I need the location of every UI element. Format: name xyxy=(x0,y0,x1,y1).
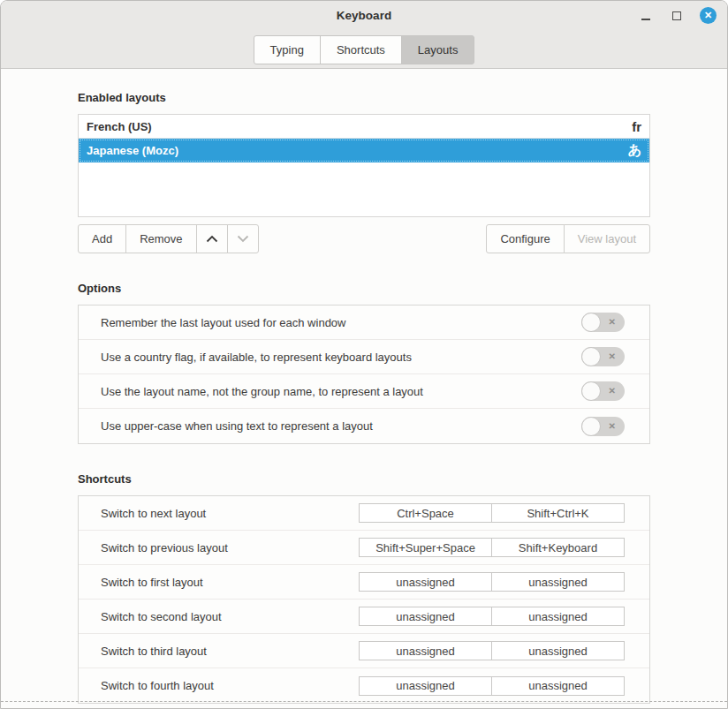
layout-config-group: Configure View layout xyxy=(486,224,650,253)
close-icon: ✕ xyxy=(704,11,712,20)
remove-layout-button[interactable]: Remove xyxy=(125,224,196,253)
toggle-knob xyxy=(581,417,601,436)
shortcut-label: Switch to first layout xyxy=(101,576,203,589)
chevron-up-icon xyxy=(206,235,218,243)
layout-edit-group: Add Remove xyxy=(78,224,259,253)
add-layout-button[interactable]: Add xyxy=(78,224,126,253)
options-box: Remember the last layout used for each w… xyxy=(78,305,650,444)
keybinding-group: unassigned unassigned xyxy=(359,572,625,592)
close-button[interactable]: ✕ xyxy=(700,7,717,24)
move-down-button[interactable] xyxy=(227,224,259,253)
minimize-icon xyxy=(641,19,650,20)
shortcut-label: Switch to fourth layout xyxy=(101,679,214,692)
shortcut-label: Switch to previous layout xyxy=(101,541,228,554)
tab-typing[interactable]: Typing xyxy=(254,35,321,64)
view-layout-button[interactable]: View layout xyxy=(564,224,650,253)
option-row-remember-layout: Remember the last layout used for each w… xyxy=(79,305,649,340)
shortcut-row-second-layout: Switch to second layout unassigned unass… xyxy=(79,600,649,634)
shortcuts-section: Shortcuts Switch to next layout Ctrl+Spa… xyxy=(78,472,650,704)
toggle-knob xyxy=(581,313,601,332)
option-row-upper-case: Use upper-case when using text to repres… xyxy=(79,409,649,443)
layouts-page: Enabled layouts French (US) fr Japanese … xyxy=(1,69,727,704)
enabled-layouts-heading: Enabled layouts xyxy=(78,91,650,104)
toggle-off-icon: ✕ xyxy=(609,387,616,396)
option-label: Use the layout name, not the group name,… xyxy=(101,385,423,398)
shortcut-row-previous-layout: Switch to previous layout Shift+Super+Sp… xyxy=(79,531,649,565)
shortcut-row-next-layout: Switch to next layout Ctrl+Space Shift+C… xyxy=(79,496,649,531)
keybinding-group: unassigned unassigned xyxy=(359,607,625,626)
shortcuts-box: Switch to next layout Ctrl+Space Shift+C… xyxy=(78,495,650,704)
shortcut-label: Switch to next layout xyxy=(101,507,206,520)
shortcut-label: Switch to second layout xyxy=(101,610,222,623)
toggle-layout-name[interactable]: ✕ xyxy=(581,381,625,401)
keybinding-button-1[interactable]: unassigned xyxy=(359,676,492,696)
toggle-upper-case[interactable]: ✕ xyxy=(581,417,625,436)
overscroll-dashed-indicator xyxy=(1,701,727,702)
layout-list-actions: Add Remove Configure View layout xyxy=(78,224,650,253)
keybinding-button-1[interactable]: unassigned xyxy=(359,641,492,660)
chevron-down-icon xyxy=(237,235,249,243)
options-section: Options Remember the last layout used fo… xyxy=(78,282,650,444)
layout-row-japanese[interactable]: Japanese (Mozc) あ xyxy=(79,139,649,162)
keybinding-group: unassigned unassigned xyxy=(359,676,625,696)
maximize-button[interactable] xyxy=(669,8,685,24)
maximize-icon xyxy=(672,11,681,20)
layout-row-french[interactable]: French (US) fr xyxy=(79,115,649,139)
keybinding-button-2[interactable]: unassigned xyxy=(491,572,625,592)
toggle-knob xyxy=(581,347,601,366)
keybinding-button-1[interactable]: Ctrl+Space xyxy=(359,503,492,523)
enabled-layouts-list: French (US) fr Japanese (Mozc) あ xyxy=(78,114,650,217)
keybinding-button-1[interactable]: Shift+Super+Space xyxy=(359,538,492,557)
option-row-layout-name: Use the layout name, not the group name,… xyxy=(79,374,649,409)
keybinding-button-2[interactable]: unassigned xyxy=(491,676,625,696)
shortcut-label: Switch to third layout xyxy=(101,645,207,658)
keybinding-button-2[interactable]: Shift+Keyboard xyxy=(491,538,625,557)
configure-button[interactable]: Configure xyxy=(486,224,564,253)
tab-layouts[interactable]: Layouts xyxy=(401,35,475,64)
layout-name: Japanese (Mozc) xyxy=(87,144,178,157)
window-controls: ✕ xyxy=(638,1,717,30)
shortcuts-heading: Shortcuts xyxy=(78,472,650,486)
tab-bar: Typing Shortcuts Layouts xyxy=(1,30,727,69)
keybinding-group: unassigned unassigned xyxy=(359,641,625,660)
keybinding-button-2[interactable]: unassigned xyxy=(491,641,625,660)
keyboard-settings-window: Keyboard ✕ Typing Shortcuts Layouts xyxy=(0,0,728,709)
keybinding-button-2[interactable]: Shift+Ctrl+K xyxy=(491,503,625,523)
toggle-off-icon: ✕ xyxy=(609,422,616,431)
keybinding-group: Shift+Super+Space Shift+Keyboard xyxy=(359,538,625,557)
options-heading: Options xyxy=(78,282,650,295)
keybinding-button-1[interactable]: unassigned xyxy=(359,572,492,592)
keybinding-button-2[interactable]: unassigned xyxy=(491,607,625,626)
toggle-knob xyxy=(581,381,601,401)
toggle-off-icon: ✕ xyxy=(609,318,616,327)
option-label: Remember the last layout used for each w… xyxy=(101,316,345,329)
shortcut-row-first-layout: Switch to first layout unassigned unassi… xyxy=(79,565,649,600)
toggle-remember-layout[interactable]: ✕ xyxy=(581,313,625,332)
window-title: Keyboard xyxy=(1,1,727,30)
tab-shortcuts[interactable]: Shortcuts xyxy=(320,35,402,64)
layout-badge-fr: fr xyxy=(632,119,641,134)
titlebar: Keyboard ✕ xyxy=(1,1,727,30)
toggle-off-icon: ✕ xyxy=(609,352,616,361)
option-label: Use upper-case when using text to repres… xyxy=(101,419,373,433)
toggle-country-flag[interactable]: ✕ xyxy=(581,347,625,366)
keybinding-group: Ctrl+Space Shift+Ctrl+K xyxy=(359,503,625,523)
keybinding-button-1[interactable]: unassigned xyxy=(359,607,492,626)
minimize-button[interactable] xyxy=(638,8,654,24)
option-label: Use a country flag, if available, to rep… xyxy=(101,351,412,364)
layout-badge-ja: あ xyxy=(628,142,641,159)
layout-name: French (US) xyxy=(87,120,152,133)
option-row-country-flag: Use a country flag, if available, to rep… xyxy=(79,340,649,374)
shortcut-row-fourth-layout: Switch to fourth layout unassigned unass… xyxy=(79,668,649,703)
window-header: Keyboard ✕ Typing Shortcuts Layouts xyxy=(1,1,727,69)
shortcut-row-third-layout: Switch to third layout unassigned unassi… xyxy=(79,634,649,668)
move-up-button[interactable] xyxy=(196,224,228,253)
